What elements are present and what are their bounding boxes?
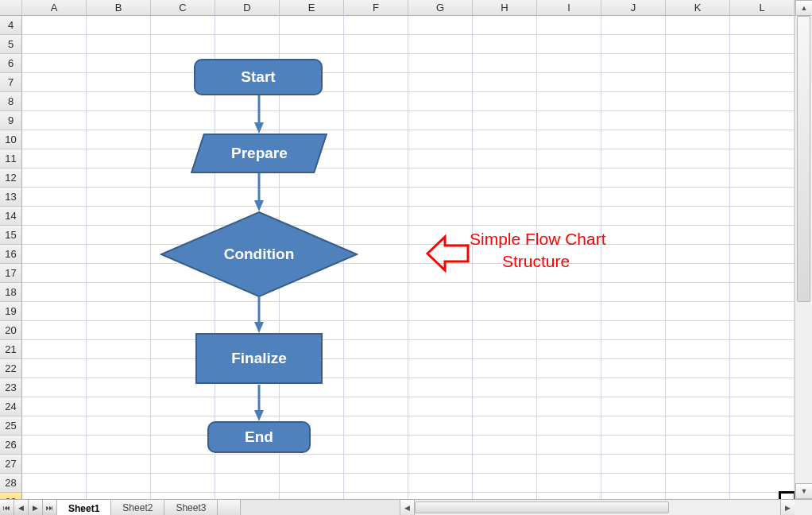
- cell-F23[interactable]: [344, 378, 408, 397]
- cell-H23[interactable]: [473, 378, 537, 397]
- cell-K13[interactable]: [666, 188, 730, 207]
- cell-A5[interactable]: [22, 35, 87, 54]
- select-all-corner[interactable]: [0, 0, 22, 16]
- cell-C24[interactable]: [151, 397, 215, 416]
- col-header-D[interactable]: D: [215, 0, 280, 16]
- cell-A8[interactable]: [22, 92, 87, 111]
- cell-H10[interactable]: [473, 130, 537, 149]
- cell-F13[interactable]: [344, 188, 408, 207]
- cell-B24[interactable]: [87, 397, 151, 416]
- cell-G12[interactable]: [408, 168, 473, 188]
- cell-F6[interactable]: [344, 54, 408, 73]
- cell-J25[interactable]: [601, 416, 666, 436]
- cell-L25[interactable]: [730, 416, 795, 436]
- cell-C4[interactable]: [151, 16, 215, 35]
- cell-B28[interactable]: [87, 474, 151, 493]
- cell-G27[interactable]: [408, 455, 473, 474]
- row-header-10[interactable]: 10: [0, 130, 22, 149]
- row-header-8[interactable]: 8: [0, 92, 22, 111]
- cell-L18[interactable]: [730, 283, 795, 302]
- cell-E13[interactable]: [280, 188, 344, 207]
- cell-J18[interactable]: [601, 283, 666, 302]
- row-header-25[interactable]: 25: [0, 416, 22, 436]
- cell-D24[interactable]: [215, 397, 280, 416]
- cell-D13[interactable]: [215, 188, 280, 207]
- cell-B4[interactable]: [87, 16, 151, 35]
- cell-G11[interactable]: [408, 149, 473, 168]
- vscroll-track[interactable]: [795, 16, 812, 483]
- callout-arrow[interactable]: [426, 232, 470, 276]
- cell-G10[interactable]: [408, 130, 473, 149]
- cell-L16[interactable]: [730, 245, 795, 264]
- row-header-13[interactable]: 13: [0, 188, 22, 207]
- cell-I7[interactable]: [537, 73, 601, 92]
- col-header-A[interactable]: A: [22, 0, 87, 16]
- cell-A15[interactable]: [22, 226, 87, 245]
- cell-L28[interactable]: [730, 474, 795, 493]
- cell-B18[interactable]: [87, 283, 151, 302]
- cell-A16[interactable]: [22, 245, 87, 264]
- cell-C13[interactable]: [151, 188, 215, 207]
- cell-K27[interactable]: [666, 455, 730, 474]
- cell-L6[interactable]: [730, 54, 795, 73]
- tab-sheet3[interactable]: Sheet3: [164, 500, 218, 515]
- cell-G20[interactable]: [408, 321, 473, 340]
- cell-B27[interactable]: [87, 455, 151, 474]
- cell-G28[interactable]: [408, 474, 473, 493]
- cell-E5[interactable]: [280, 35, 344, 54]
- cell-B17[interactable]: [87, 264, 151, 283]
- cell-G23[interactable]: [408, 378, 473, 397]
- cell-G5[interactable]: [408, 35, 473, 54]
- row-header-17[interactable]: 17: [0, 264, 22, 283]
- cell-H13[interactable]: [473, 188, 537, 207]
- cell-A22[interactable]: [22, 359, 87, 378]
- cell-G6[interactable]: [408, 54, 473, 73]
- cell-A25[interactable]: [22, 416, 87, 436]
- vertical-scrollbar[interactable]: ▲ ▼: [795, 0, 812, 499]
- flow-start-shape[interactable]: Start: [194, 59, 323, 95]
- cell-I21[interactable]: [537, 340, 601, 359]
- cell-K24[interactable]: [666, 397, 730, 416]
- cell-A20[interactable]: [22, 321, 87, 340]
- cell-I25[interactable]: [537, 416, 601, 436]
- cell-C28[interactable]: [151, 474, 215, 493]
- cell-B26[interactable]: [87, 436, 151, 455]
- cell-I8[interactable]: [537, 92, 601, 111]
- cell-I22[interactable]: [537, 359, 601, 378]
- cell-B16[interactable]: [87, 245, 151, 264]
- cell-J7[interactable]: [601, 73, 666, 92]
- horizontal-scrollbar[interactable]: ◀ ▶: [400, 500, 812, 515]
- cell-G13[interactable]: [408, 188, 473, 207]
- col-header-I[interactable]: I: [537, 0, 601, 16]
- cell-L20[interactable]: [730, 321, 795, 340]
- row-header-20[interactable]: 20: [0, 321, 22, 340]
- cell-K10[interactable]: [666, 130, 730, 149]
- cell-J28[interactable]: [601, 474, 666, 493]
- cell-D19[interactable]: [215, 302, 280, 321]
- row-header-11[interactable]: 11: [0, 149, 22, 168]
- scroll-down-button[interactable]: ▼: [795, 483, 812, 499]
- cell-H9[interactable]: [473, 111, 537, 130]
- cell-B23[interactable]: [87, 378, 151, 397]
- cell-I5[interactable]: [537, 35, 601, 54]
- flow-prepare-shape[interactable]: Prepare: [191, 134, 327, 173]
- cell-I20[interactable]: [537, 321, 601, 340]
- cell-L13[interactable]: [730, 188, 795, 207]
- cell-K15[interactable]: [666, 226, 730, 245]
- cell-J9[interactable]: [601, 111, 666, 130]
- cell-F8[interactable]: [344, 92, 408, 111]
- cell-I26[interactable]: [537, 436, 601, 455]
- cell-A13[interactable]: [22, 188, 87, 207]
- cell-J26[interactable]: [601, 436, 666, 455]
- cell-K7[interactable]: [666, 73, 730, 92]
- cell-K14[interactable]: [666, 207, 730, 226]
- cell-E27[interactable]: [280, 455, 344, 474]
- cell-K5[interactable]: [666, 35, 730, 54]
- cell-B7[interactable]: [87, 73, 151, 92]
- tab-nav-prev[interactable]: ◀: [14, 500, 29, 515]
- cell-L24[interactable]: [730, 397, 795, 416]
- cell-A6[interactable]: [22, 54, 87, 73]
- cell-L7[interactable]: [730, 73, 795, 92]
- cell-B10[interactable]: [87, 130, 151, 149]
- cell-L27[interactable]: [730, 455, 795, 474]
